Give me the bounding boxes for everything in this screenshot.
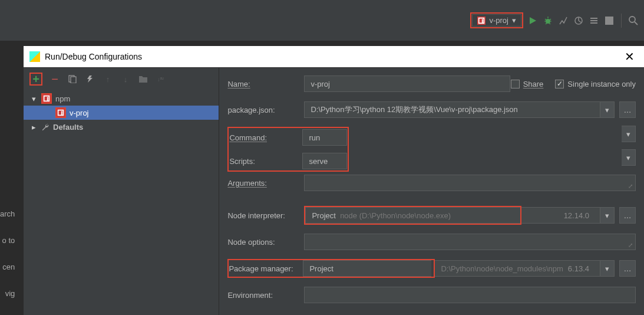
sort-button[interactable]: ↓ªᶻ [156,74,166,84]
expand-icon[interactable]: ⤢ [628,183,633,189]
environment-input[interactable] [304,287,636,303]
highlight-vproj-icon [55,107,66,118]
scripts-label: Scripts: [229,157,302,166]
chevron-down-icon: ▾ [512,16,516,25]
node-interpreter-input[interactable]: Project node (D:\Python\node\node.exe) [305,207,520,224]
svg-point-4 [546,19,550,24]
arguments-input[interactable]: ⤢ [304,175,636,191]
dialog-title: Run/Debug Configurations [45,52,142,61]
run-button[interactable] [527,15,539,27]
svg-rect-6 [590,18,597,19]
command-select[interactable]: run [302,129,347,146]
tree-label: npm [55,94,70,103]
npm-icon [477,17,486,25]
tree-node-defaults[interactable]: ▸ Defaults [24,120,219,134]
node-interpreter-label: Node interpreter: [227,211,304,220]
single-instance-label: Single instance only [567,80,636,88]
tree-label: Defaults [53,123,83,132]
svg-rect-7 [590,20,597,21]
svg-rect-19 [61,111,62,115]
npm-icon [57,109,65,117]
run-debug-config-dialog: Run/Debug Configurations ✕ + − ↑ ↓ ↓ªᶻ ▾ [24,46,644,315]
editor-background-text: arch o to cen vig [0,201,15,307]
run-config-label: v-proj [489,16,508,25]
package-json-dropdown[interactable]: ▾ [600,101,615,118]
node-interpreter-dropdown[interactable]: ▾ [600,207,615,224]
separator [621,14,622,28]
concurrency-button[interactable] [588,15,600,27]
ide-toolbar: v-proj ▾ [0,0,644,41]
environment-label: Environment: [227,291,304,300]
share-label: Share [523,80,544,88]
add-config-button[interactable]: + [31,74,41,84]
chevron-right-icon: ▸ [32,123,38,132]
highlight-pkg-manager: Package manager: Project [227,259,435,278]
highlight-node-interpreter: Project node (D:\Python\node\node.exe) [304,206,521,225]
copy-config-button[interactable] [67,74,78,84]
stop-button[interactable] [603,15,615,27]
package-json-label: package.json: [227,106,304,114]
share-checkbox[interactable]: Share [511,80,544,88]
svg-rect-2 [482,19,483,23]
svg-line-11 [635,22,638,25]
command-dropdown[interactable]: ▾ [622,126,636,142]
scripts-select[interactable]: serve [302,153,347,169]
pycharm-icon [29,51,40,62]
highlight-add: + [29,73,42,86]
folder-button[interactable] [138,74,148,84]
move-up-button[interactable]: ↑ [103,74,113,84]
package-manager-dropdown[interactable]: ▾ [600,260,615,277]
debug-button[interactable] [542,15,554,27]
svg-rect-8 [590,22,597,24]
tree-toolbar: + − ↑ ↓ ↓ªᶻ [24,68,219,90]
dialog-titlebar: Run/Debug Configurations ✕ [24,46,644,67]
wrench-icon [41,123,49,131]
move-down-button[interactable]: ↓ [120,74,131,84]
package-json-browse[interactable]: … [619,101,636,118]
close-button[interactable]: ✕ [621,50,638,64]
name-label: Name: [227,80,304,88]
node-options-input[interactable]: ⤢ [304,234,636,250]
highlight-run-config: v-proj ▾ [470,12,523,28]
npm-icon [42,94,51,103]
svg-rect-13 [71,77,76,83]
name-input[interactable]: v-proj [304,76,510,92]
pkg-manager-version: 6.13.4 [563,264,594,273]
chevron-down-icon: ▾ [32,94,38,103]
highlight-npm-icon [41,93,52,104]
config-tree: ▾ npm v-proj ▸ Defaults [24,90,219,135]
package-manager-path: D:\Python\node\node_modules\npm 6.13.4 [435,260,600,277]
node-interpreter-browse[interactable]: … [619,207,636,224]
package-json-input[interactable]: D:\Python学习\python 12期教学视频\Vue\v-proj\pa… [304,101,600,118]
run-config-dropdown[interactable]: v-proj ▾ [472,14,521,27]
package-manager-input[interactable]: Project [303,260,431,277]
save-temp-button[interactable] [85,74,95,84]
expand-icon[interactable]: ⤢ [628,242,633,248]
config-form: Name: v-proj Share Single instance only … [219,68,644,315]
tree-node-vproj[interactable]: v-proj [24,106,219,120]
package-manager-label: Package manager: [229,264,303,273]
command-label: Command: [229,133,302,142]
config-tree-panel: + − ↑ ↓ ↓ªᶻ ▾ npm [24,68,219,315]
arguments-label: Arguments: [227,179,304,188]
node-options-label: Node options: [227,238,304,247]
tree-node-npm[interactable]: ▾ npm [24,91,219,106]
coverage-button[interactable] [557,15,569,27]
svg-point-10 [629,17,635,22]
node-version: 12.14.0 [559,211,594,220]
single-instance-checkbox[interactable]: Single instance only [555,80,636,88]
profiler-button[interactable] [573,15,584,27]
svg-marker-3 [530,17,536,24]
svg-rect-16 [47,97,48,101]
tree-label: v-proj [70,109,89,117]
package-manager-browse[interactable]: … [619,260,636,277]
node-interpreter-ext: 12.14.0 [521,207,600,224]
search-everywhere-button[interactable] [628,15,639,27]
scripts-dropdown[interactable]: ▾ [622,149,636,166]
remove-config-button[interactable]: − [49,74,60,84]
svg-rect-9 [605,17,613,25]
